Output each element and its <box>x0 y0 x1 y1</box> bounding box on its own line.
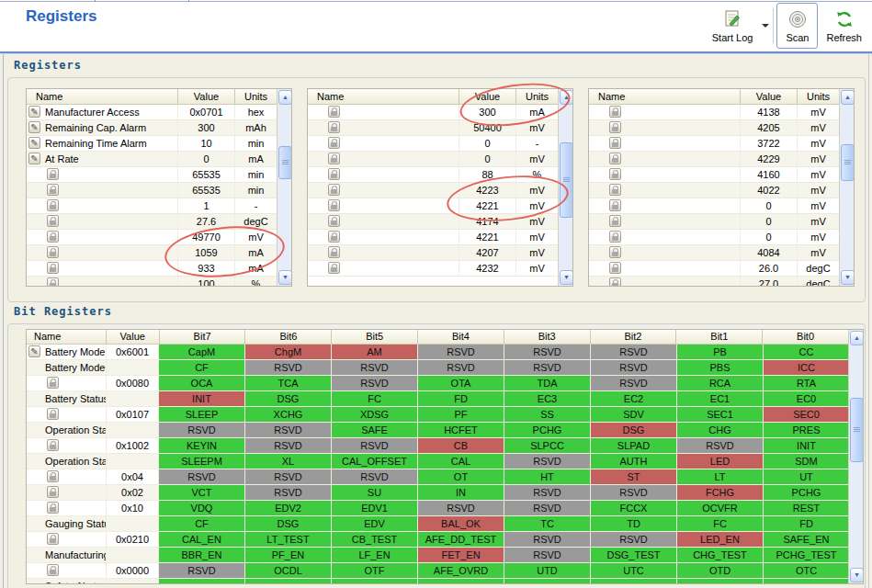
register-row[interactable]: At Rate Time To Empty65535min <box>27 183 277 198</box>
bit-register-row[interactable]: Battery Mode ...CFRSVDRSVDRSVDRSVDRSVDPB… <box>27 360 863 376</box>
register-row[interactable]: Cell 10 Voltage4229mV <box>589 152 839 167</box>
scroll-thumb[interactable] <box>850 398 864 462</box>
bit-register-row[interactable]: Charging Status0x02VCTRSVDSUINRSVDRSVDFC… <box>27 485 863 501</box>
scroll-down-arrow-icon[interactable]: ▼ <box>560 270 573 285</box>
register-units: mV <box>515 245 558 260</box>
register-name: Cell 14 Voltage <box>589 214 740 229</box>
bit-register-name: Gauging Statu... <box>27 516 106 531</box>
register-row[interactable]: Cycle Count0- <box>308 136 558 152</box>
bit-cell: OTC <box>763 563 849 578</box>
register-row[interactable]: Cell 8 Voltage4205mV <box>589 120 839 136</box>
register-row[interactable]: Cell 6 Voltage4232mV <box>308 261 558 277</box>
bit-register-name: Safety Alert... <box>27 579 106 584</box>
register-row[interactable]: TS2 Temperature27.0degC <box>589 277 839 287</box>
register-name: At Rate Time To Full <box>27 167 177 182</box>
register-row[interactable]: At Rate OK1- <box>27 198 277 214</box>
lock-icon <box>47 262 59 274</box>
register-row[interactable]: Ext Avg Cell Voltage4084mV <box>589 245 839 261</box>
scrollbar[interactable]: ▲ ▼ <box>839 89 854 286</box>
register-units: mV <box>797 167 839 182</box>
bit-register-row[interactable]: Safety Alert... <box>27 579 863 584</box>
lock-icon <box>328 246 340 258</box>
scroll-up-arrow-icon[interactable]: ▲ <box>560 90 573 105</box>
register-row[interactable]: Cell 2 Voltage4221mV <box>308 198 558 214</box>
bit-register-row[interactable]: Safety Alert A...0x0000RSVDOCDLOTFAFE_OV… <box>27 563 863 579</box>
register-row[interactable]: Cell 15 Voltage0mV <box>589 230 839 245</box>
bit-register-row[interactable]: Manufacturing...BBR_ENPF_ENLF_ENFET_ENRS… <box>27 548 863 563</box>
register-value: 65535 <box>177 167 234 182</box>
register-row[interactable]: Cell 14 Voltage0mV <box>589 214 839 230</box>
register-name: Cell 10 Voltage <box>589 152 740 166</box>
register-name: Manufacturer Access <box>27 105 177 119</box>
bit-cell: SLPCC <box>504 438 590 453</box>
bit-register-row[interactable]: Gauging Statu...0x10VDQEDV2EDV1RSVDRSVDF… <box>27 501 863 516</box>
bit-cell: RSVD <box>504 360 590 375</box>
register-row[interactable]: Voltage49770mV <box>27 230 277 245</box>
register-row[interactable]: Pending EDV0mV <box>308 152 558 167</box>
scrollbar[interactable]: ▲ ▼ <box>558 89 572 286</box>
register-row[interactable]: Average Current933mA <box>27 261 277 277</box>
register-row[interactable]: Cell 13 Voltage0mV <box>589 198 839 214</box>
start-log-button[interactable]: Start Log <box>704 3 762 49</box>
register-row[interactable]: Cell 7 Voltage4138mV <box>589 105 839 120</box>
bit-cell: ICC <box>763 360 849 375</box>
register-value: 0 <box>740 198 797 213</box>
refresh-button[interactable]: Refresh <box>818 3 870 49</box>
bit-register-row[interactable]: Manufacturing...0x0210CAL_ENLT_TESTCB_TE… <box>27 532 863 548</box>
bit-register-row[interactable]: Operation Stat...SLEEPMXLCAL_OFFSETCALRS… <box>27 454 863 469</box>
register-row[interactable]: State of Health88% <box>308 167 558 183</box>
bit-cell: PBS <box>676 360 763 375</box>
start-log-dropdown-arrow[interactable] <box>762 24 769 28</box>
register-row[interactable]: Cell 11 Voltage4160mV <box>589 167 839 183</box>
bit-register-row[interactable]: Operation Stat...RSVDRSVDSAFEHCFETPCHGDS… <box>27 423 863 438</box>
register-row[interactable]: Charging Voltage50400mV <box>308 120 558 136</box>
register-row[interactable]: Temperature27.6degC <box>27 214 277 230</box>
register-name: Cell 7 Voltage <box>589 105 740 119</box>
scroll-down-arrow-icon[interactable]: ▼ <box>850 568 864 582</box>
bit-register-row[interactable]: Battery Mode ...0x6001CapMChgMAMRSVDRSVD… <box>27 345 863 360</box>
register-row[interactable]: Cell 5 Voltage4207mV <box>308 245 558 261</box>
lock-icon <box>47 408 59 420</box>
bit-cell: RSVD <box>244 360 331 375</box>
register-row[interactable]: Cell 9 Voltage3722mV <box>589 136 839 152</box>
bit-register-row[interactable]: Operation Stat...0x0107SLEEPXCHGXDSGPFSS… <box>27 407 863 423</box>
scroll-thumb[interactable] <box>278 146 292 179</box>
register-row[interactable]: Remaining Cap. Alarm300mAh <box>27 120 277 136</box>
register-row[interactable]: Manufacturer Access0x0701hex <box>27 105 277 120</box>
scrollbar[interactable]: ▲ ▼ <box>277 89 291 286</box>
register-row[interactable]: Max Error100% <box>27 277 277 287</box>
scroll-thumb[interactable] <box>841 144 855 181</box>
register-row[interactable]: Cell 1 Voltage4223mV <box>308 183 558 198</box>
register-row[interactable]: TS1 Temperature26.0degC <box>589 261 839 277</box>
register-row[interactable]: Charging Current300mA <box>308 105 558 120</box>
register-name: Cell 6 Voltage <box>308 261 459 276</box>
bit-register-row[interactable]: Operation Stat...0x1002KEYINRSVDRSVDCBSL… <box>27 438 863 454</box>
register-row[interactable]: At Rate Time To Full65535min <box>27 167 277 183</box>
scroll-up-arrow-icon[interactable]: ▲ <box>278 90 292 105</box>
scroll-up-arrow-icon[interactable]: ▲ <box>841 90 855 105</box>
register-name: Cell 2 Voltage <box>308 198 459 213</box>
register-row[interactable]: Cell 4 Voltage4221mV <box>308 230 558 245</box>
scroll-down-arrow-icon[interactable]: ▼ <box>278 270 292 285</box>
register-row[interactable]: Current1059mA <box>27 245 277 261</box>
bit-cell <box>590 579 676 584</box>
column-header: Value <box>106 330 159 344</box>
scrollbar[interactable]: ▲ ▼ <box>848 330 863 583</box>
bit-register-value <box>106 548 158 562</box>
scroll-down-arrow-icon[interactable]: ▼ <box>841 270 855 285</box>
refresh-label: Refresh <box>826 32 862 43</box>
scroll-up-arrow-icon[interactable]: ▲ <box>850 331 864 345</box>
bit-register-row[interactable]: Battery Status...INITDSGFCFDEC3EC2EC1EC0 <box>27 391 863 407</box>
bit-cell: IN <box>417 485 504 500</box>
scroll-thumb[interactable] <box>560 142 573 218</box>
scan-button[interactable]: Scan <box>776 3 818 49</box>
register-row[interactable]: At Rate0mA <box>27 152 277 167</box>
register-row[interactable]: Remaining Time Alarm10min <box>27 136 277 152</box>
bit-register-row[interactable]: Battery Status...0x0080OCATCARSVDOTATDAR… <box>27 376 863 391</box>
register-value: 300 <box>177 120 234 135</box>
register-row[interactable]: Cell 12 Voltage4022mV <box>589 183 839 198</box>
register-row[interactable]: Cell 3 Voltage4174mV <box>308 214 558 230</box>
bit-cell: OTF <box>331 563 417 578</box>
bit-register-row[interactable]: Temp Range0x04RSVDRSVDRSVDOTHTSTLTUT <box>27 469 863 485</box>
bit-register-row[interactable]: Gauging Statu...CFDSGEDVBAL_OKTCTDFCFD <box>27 516 863 532</box>
